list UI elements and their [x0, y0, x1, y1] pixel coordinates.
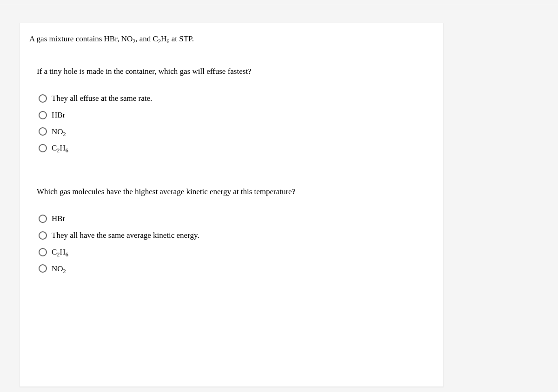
- intro-c2h6: C2H6: [153, 34, 170, 43]
- intro-suffix: at STP.: [169, 34, 193, 43]
- q2-text: Which gas molecules have the highest ave…: [37, 187, 432, 196]
- q2-option-b-label: They all have the same average kinetic e…: [52, 230, 199, 241]
- intro-no2: NO2: [121, 34, 136, 43]
- radio-icon: [39, 127, 47, 136]
- intro-text: A gas mixture contains HBr, NO2, and C2H…: [20, 34, 443, 67]
- q1-option-d-label: C2H6: [52, 143, 68, 154]
- q1-option-c-label: NO2: [52, 126, 66, 137]
- q1-option-b-label: HBr: [52, 110, 65, 121]
- radio-icon: [39, 231, 47, 240]
- radio-icon: [39, 144, 47, 152]
- q1-option-a-label: They all effuse at the same rate.: [52, 93, 152, 104]
- q1-option-b[interactable]: HBr: [39, 110, 432, 121]
- q2-option-d[interactable]: NO2: [39, 263, 432, 274]
- intro-mid: , and: [135, 34, 153, 43]
- q2-option-d-label: NO2: [52, 263, 66, 274]
- question-2: Which gas molecules have the highest ave…: [20, 187, 443, 307]
- radio-icon: [39, 94, 47, 103]
- q1-option-c[interactable]: NO2: [39, 126, 432, 137]
- intro-prefix: A gas mixture contains HBr,: [29, 34, 121, 43]
- q1-option-a[interactable]: They all effuse at the same rate.: [39, 93, 432, 104]
- top-divider: [0, 4, 558, 4]
- q2-option-c-label: C2H6: [52, 247, 68, 258]
- q1-option-d[interactable]: C2H6: [39, 143, 432, 154]
- q2-options: HBr They all have the same average kinet…: [37, 213, 432, 274]
- q2-option-b[interactable]: They all have the same average kinetic e…: [39, 230, 432, 241]
- q1-options: They all effuse at the same rate. HBr NO…: [37, 93, 432, 154]
- radio-icon: [39, 264, 47, 273]
- radio-icon: [39, 248, 47, 256]
- radio-icon: [39, 111, 47, 119]
- q2-option-a[interactable]: HBr: [39, 213, 432, 224]
- radio-icon: [39, 215, 47, 223]
- question-1: If a tiny hole is made in the container,…: [20, 67, 443, 187]
- question-card: A gas mixture contains HBr, NO2, and C2H…: [20, 23, 444, 387]
- q2-option-a-label: HBr: [52, 213, 65, 224]
- q1-text: If a tiny hole is made in the container,…: [37, 67, 432, 76]
- q2-option-c[interactable]: C2H6: [39, 247, 432, 258]
